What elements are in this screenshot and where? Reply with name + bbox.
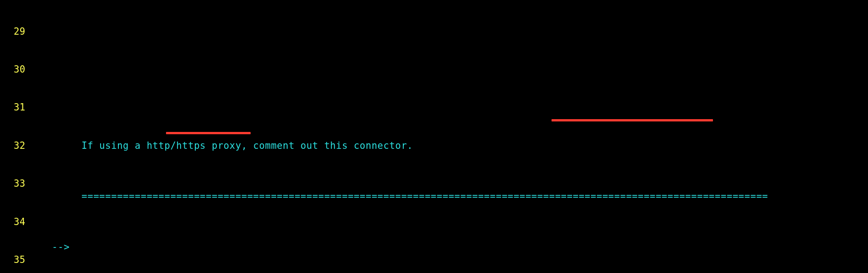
comment-close: --> [52, 242, 70, 252]
code-line[interactable]: --> [28, 241, 868, 254]
annotation-underline [166, 132, 251, 134]
annotation-underline [552, 119, 713, 121]
comment-text: ========================================… [81, 191, 768, 202]
line-number: 33 [2, 178, 26, 190]
code-line[interactable] [28, 89, 868, 102]
code-line[interactable]: ========================================… [28, 190, 868, 203]
code-line[interactable]: If using a http/https proxy, comment out… [28, 140, 868, 152]
line-number: 31 [2, 101, 26, 114]
line-number: 32 [2, 140, 26, 152]
code-editor[interactable]: 29 30 31 32 33 34 35 36 37 38 39 40 41 4… [0, 0, 868, 273]
indent [28, 140, 81, 151]
indent [28, 242, 52, 252]
indent [28, 191, 81, 202]
line-number-gutter: 29 30 31 32 33 34 35 36 37 38 39 40 41 4… [0, 0, 28, 273]
code-area[interactable]: If using a http/https proxy, comment out… [28, 0, 868, 273]
line-number: 35 [2, 254, 26, 267]
line-number: 29 [2, 26, 26, 38]
comment-text: If using a http/https proxy, comment out… [81, 140, 413, 151]
line-number: 30 [2, 63, 26, 76]
line-number: 34 [2, 216, 26, 229]
